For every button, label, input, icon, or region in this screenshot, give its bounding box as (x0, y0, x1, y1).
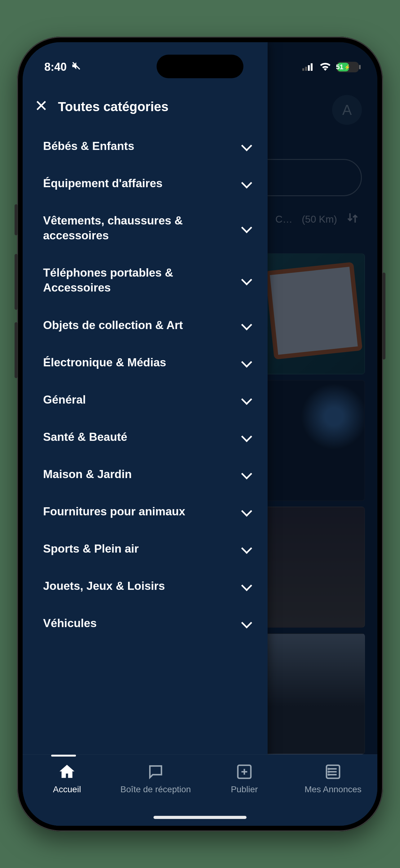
battery-indicator: 51⚡ (336, 62, 359, 72)
nav-item-chat[interactable]: Boîte de réception (111, 763, 200, 795)
svg-point-7 (328, 769, 329, 769)
status-time: 8:40 (44, 61, 67, 73)
chat-icon (147, 763, 164, 781)
phone-side-button (382, 273, 386, 360)
nav-label: Boîte de réception (120, 784, 191, 795)
category-label: Général (43, 393, 86, 407)
category-label: Objets de collection & Art (43, 318, 183, 333)
category-label: Maison & Jardin (43, 467, 132, 482)
category-item[interactable]: Jouets, Jeux & Loisirs (43, 567, 255, 605)
drawer-title: Toutes catégories (58, 99, 168, 114)
phone-side-button (14, 204, 18, 235)
svg-point-9 (328, 774, 329, 775)
category-label: Électronique & Médias (43, 355, 166, 370)
phone-side-button (14, 254, 18, 310)
svg-rect-2 (305, 67, 307, 71)
category-label: Sports & Plein air (43, 541, 139, 556)
nav-item-list[interactable]: Mes Annonces (289, 763, 377, 795)
chevron-down-icon (241, 543, 252, 554)
category-item[interactable]: Fournitures pour animaux (43, 493, 255, 530)
chevron-down-icon (241, 432, 252, 443)
chevron-down-icon (241, 506, 252, 517)
svg-point-8 (328, 771, 329, 772)
nav-label: Mes Annonces (304, 784, 362, 795)
category-item[interactable]: Bébés & Enfants (43, 128, 255, 165)
category-item[interactable]: Santé & Beauté (43, 418, 255, 456)
category-item[interactable]: Maison & Jardin (43, 456, 255, 493)
chevron-down-icon (241, 618, 252, 629)
nav-item-plus[interactable]: Publier (200, 763, 289, 795)
category-list: Bébés & EnfantsÉquipement d'affairesVête… (23, 128, 268, 642)
svg-rect-1 (302, 68, 304, 71)
chevron-down-icon (241, 581, 252, 592)
category-label: Vêtements, chaussures & accessoires (43, 213, 217, 243)
phone-side-button (14, 322, 18, 378)
list-icon (324, 763, 342, 781)
nav-label: Publier (231, 784, 258, 795)
category-item[interactable]: Sports & Plein air (43, 530, 255, 567)
bottom-nav: AccueilBoîte de réceptionPublierMes Anno… (23, 754, 377, 826)
battery-percent: 51 (336, 63, 343, 71)
chevron-down-icon (241, 357, 252, 368)
home-icon (58, 763, 76, 781)
chevron-down-icon (241, 394, 252, 405)
category-item[interactable]: Général (43, 381, 255, 418)
wifi-icon (319, 61, 331, 73)
svg-rect-3 (308, 65, 310, 71)
phone-screen: 8:40 51⚡ A (23, 42, 377, 826)
category-item[interactable]: Téléphones portables & Accessoires (43, 254, 255, 306)
plus-icon (236, 763, 253, 781)
chevron-down-icon (241, 178, 252, 189)
close-icon[interactable] (34, 98, 49, 115)
categories-drawer: Toutes catégories Bébés & EnfantsÉquipem… (23, 42, 268, 826)
home-indicator[interactable] (154, 816, 246, 819)
category-label: Bébés & Enfants (43, 139, 134, 154)
nav-item-home[interactable]: Accueil (23, 763, 111, 795)
category-item[interactable]: Vêtements, chaussures & accessoires (43, 202, 255, 254)
dynamic-island (157, 55, 243, 78)
chevron-down-icon (241, 141, 252, 152)
silent-mode-icon (71, 61, 81, 74)
category-label: Fournitures pour animaux (43, 504, 185, 519)
chevron-down-icon (241, 320, 252, 331)
svg-rect-4 (311, 63, 312, 71)
phone-frame: 8:40 51⚡ A (17, 37, 383, 831)
nav-active-indicator (51, 755, 76, 756)
category-item[interactable]: Électronique & Médias (43, 344, 255, 381)
cellular-signal-icon (302, 61, 314, 73)
category-label: Santé & Beauté (43, 430, 127, 444)
chevron-down-icon (241, 275, 252, 286)
category-label: Téléphones portables & Accessoires (43, 266, 217, 295)
nav-label: Accueil (53, 784, 81, 795)
category-label: Véhicules (43, 616, 97, 631)
category-item[interactable]: Véhicules (43, 605, 255, 642)
chevron-down-icon (241, 469, 252, 480)
category-label: Équipement d'affaires (43, 176, 163, 191)
category-item[interactable]: Équipement d'affaires (43, 165, 255, 202)
category-item[interactable]: Objets de collection & Art (43, 307, 255, 344)
category-label: Jouets, Jeux & Loisirs (43, 579, 165, 594)
chevron-down-icon (241, 223, 252, 234)
